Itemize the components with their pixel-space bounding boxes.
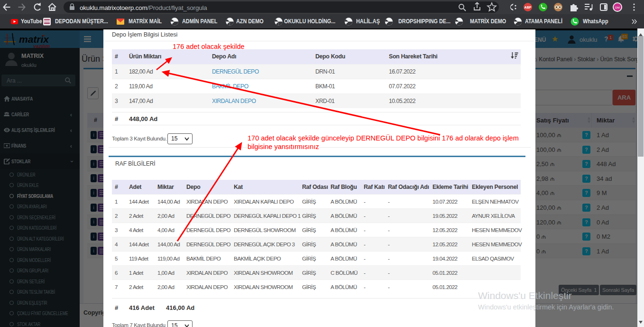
- svg-text:ABP: ABP: [524, 6, 532, 9]
- svg-text:DM: DM: [615, 6, 619, 9]
